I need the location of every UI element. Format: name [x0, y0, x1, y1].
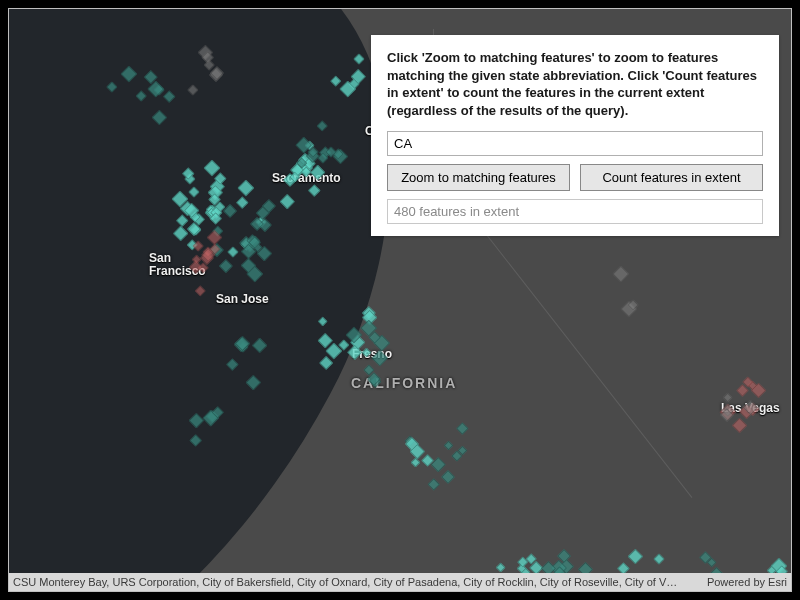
feature-diamond[interactable]	[653, 553, 664, 564]
feature-diamond[interactable]	[441, 470, 455, 484]
feature-diamond[interactable]	[457, 422, 469, 434]
result-text: 480 features in extent	[387, 199, 763, 224]
feature-diamond[interactable]	[627, 549, 642, 564]
feature-diamond[interactable]	[496, 562, 506, 572]
count-features-button[interactable]: Count features in extent	[580, 164, 763, 191]
city-label-san-jose: San Jose	[216, 292, 269, 306]
state-abbreviation-input[interactable]	[387, 131, 763, 156]
instruction-text: Click 'Zoom to matching features' to zoo…	[387, 49, 763, 119]
attribution-bar: CSU Monterey Bay, URS Corporation, City …	[9, 573, 791, 591]
powered-by-esri[interactable]: Powered by Esri	[707, 576, 787, 588]
button-row: Zoom to matching features Count features…	[387, 164, 763, 191]
app-frame: CALIFORNIA Carson CitySacramentoSanFranc…	[8, 8, 792, 592]
zoom-to-features-button[interactable]: Zoom to matching features	[387, 164, 570, 191]
feature-diamond[interactable]	[431, 456, 446, 471]
feature-diamond[interactable]	[427, 478, 440, 491]
query-panel: Click 'Zoom to matching features' to zoo…	[371, 35, 779, 236]
feature-diamond[interactable]	[731, 417, 747, 433]
feature-diamond[interactable]	[444, 441, 454, 451]
feature-diamond[interactable]	[613, 266, 630, 283]
attribution-sources: CSU Monterey Bay, URS Corporation, City …	[13, 576, 699, 588]
feature-diamond[interactable]	[410, 457, 420, 467]
